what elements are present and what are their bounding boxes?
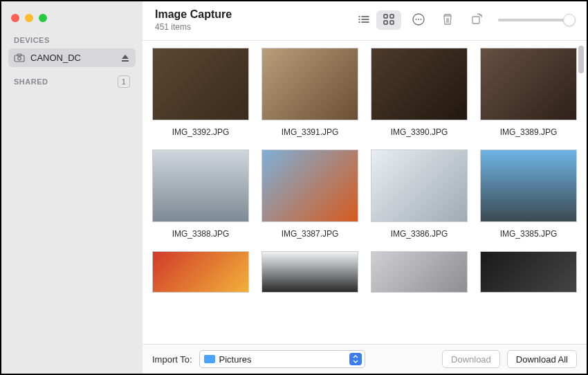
more-icon: [412, 12, 425, 28]
grid-view-button[interactable]: [376, 10, 401, 30]
svg-rect-3: [122, 60, 129, 62]
thumbnail-item[interactable]: [261, 251, 358, 293]
eject-icon[interactable]: [120, 53, 130, 63]
filename-label: IMG_3390.JPG: [391, 127, 448, 137]
thumbnail-item[interactable]: IMG_3385.JPG: [480, 149, 577, 239]
svg-point-16: [418, 19, 419, 20]
devices-section-label: DEVICES: [1, 33, 143, 48]
thumbnail-image: [152, 149, 249, 222]
thumbnail-size-slider[interactable]: [498, 19, 574, 21]
thumbnail-item[interactable]: IMG_3390.JPG: [371, 48, 468, 137]
list-view-button[interactable]: [351, 10, 376, 30]
shared-section: SHARED 1: [1, 67, 143, 92]
thumbnail-image: [261, 149, 358, 222]
slider-knob[interactable]: [563, 14, 576, 26]
title-block: Image Capture 451 items: [155, 8, 232, 32]
toolbar: Image Capture 451 items: [143, 1, 587, 41]
device-row[interactable]: CANON_DC: [8, 48, 136, 67]
fullscreen-window-button[interactable]: [39, 14, 47, 22]
item-count: 451 items: [155, 22, 232, 32]
slider-track: [498, 19, 574, 21]
filename-label: IMG_3389.JPG: [500, 127, 558, 137]
svg-point-17: [421, 19, 422, 20]
vertical-scrollbar[interactable]: [578, 46, 584, 73]
filename-label: IMG_3387.JPG: [282, 229, 339, 239]
close-window-button[interactable]: [11, 14, 19, 22]
thumbnail-item[interactable]: IMG_3392.JPG: [152, 48, 249, 137]
thumbnail-image: [371, 149, 468, 222]
filename-label: IMG_3391.JPG: [282, 127, 339, 137]
camera-icon: [14, 53, 25, 63]
thumbnail-scroll-area[interactable]: IMG_3392.JPG IMG_3391.JPG IMG_3390.JPG I…: [143, 41, 587, 344]
rotate-button[interactable]: [465, 10, 488, 30]
thumbnail-image: [480, 251, 577, 293]
thumbnail-grid: IMG_3392.JPG IMG_3391.JPG IMG_3390.JPG I…: [152, 48, 577, 293]
thumbnail-item[interactable]: IMG_3386.JPG: [371, 149, 468, 239]
thumbnail-item[interactable]: [152, 251, 249, 293]
filename-label: IMG_3385.JPG: [500, 229, 558, 239]
sidebar: DEVICES CANON_DC SHARED 1: [1, 1, 143, 374]
download-all-button[interactable]: Download All: [507, 350, 577, 368]
svg-rect-20: [472, 17, 479, 24]
shared-count-badge: 1: [118, 75, 130, 88]
thumbnail-image: [371, 251, 468, 293]
thumbnail-item[interactable]: IMG_3387.JPG: [261, 149, 358, 239]
view-mode-segmented: [351, 10, 401, 30]
thumbnail-image: [152, 251, 249, 293]
app-window: DEVICES CANON_DC SHARED 1 Image Capture …: [0, 0, 588, 375]
filename-label: IMG_3392.JPG: [172, 127, 230, 137]
svg-rect-10: [384, 15, 387, 18]
filename-label: IMG_3386.JPG: [391, 229, 448, 239]
chevron-up-down-icon: [349, 353, 362, 365]
thumbnail-image: [261, 251, 358, 293]
thumbnail-item[interactable]: [371, 251, 468, 293]
rotate-icon: [470, 12, 484, 28]
window-controls: [1, 10, 143, 33]
thumbnail-item[interactable]: IMG_3388.JPG: [152, 149, 249, 239]
svg-rect-11: [390, 15, 394, 18]
thumbnail-image: [480, 149, 577, 222]
svg-point-1: [18, 57, 21, 60]
svg-rect-12: [384, 21, 387, 24]
list-icon: [358, 15, 370, 26]
minimize-window-button[interactable]: [25, 14, 33, 22]
svg-rect-13: [390, 21, 394, 24]
thumbnail-item[interactable]: [480, 251, 577, 293]
filename-label: IMG_3388.JPG: [172, 229, 230, 239]
device-name: CANON_DC: [30, 53, 115, 63]
svg-point-15: [416, 19, 417, 20]
thumbnail-item[interactable]: IMG_3391.JPG: [261, 48, 358, 137]
grid-icon: [383, 14, 394, 27]
delete-button[interactable]: [436, 10, 459, 30]
folder-icon: [204, 355, 215, 363]
thumbnail-image: [371, 48, 468, 120]
import-to-label: Import To:: [152, 354, 192, 365]
download-button[interactable]: Download: [442, 350, 500, 368]
footer-bar: Import To: Pictures Download Download Al…: [143, 344, 587, 374]
main-pane: Image Capture 451 items: [143, 1, 587, 374]
thumbnail-image: [261, 48, 358, 120]
thumbnail-image: [152, 48, 249, 120]
destination-name: Pictures: [219, 354, 345, 365]
more-options-button[interactable]: [407, 10, 430, 30]
trash-icon: [441, 12, 454, 28]
thumbnail-item[interactable]: IMG_3389.JPG: [480, 48, 577, 137]
shared-section-label: SHARED: [14, 77, 48, 86]
import-destination-dropdown[interactable]: Pictures: [199, 350, 365, 368]
thumbnail-image: [480, 48, 577, 120]
app-title: Image Capture: [155, 8, 232, 21]
